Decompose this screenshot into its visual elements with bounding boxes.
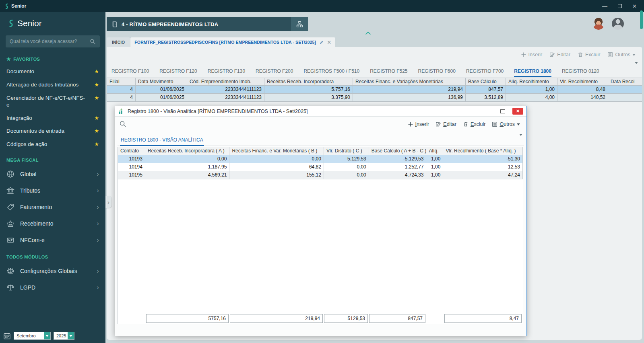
tab-inicio[interactable]: INÍCIO — [107, 37, 130, 47]
register-tab-f130[interactable]: REGISTRO F130 — [208, 68, 245, 77]
register-tab-f600[interactable]: REGISTRO F600 — [418, 68, 456, 77]
column-header[interactable]: Receitas Receb. Incorporadora — [264, 78, 353, 86]
column-header[interactable]: Contrato — [118, 147, 145, 155]
column-header[interactable]: Vlr. Distrato ( C ) — [324, 147, 369, 155]
favorite-item-documentos-entrada[interactable]: Documentos de entrada ★ — [0, 125, 105, 138]
table-header-row: Contrato Receitas Receb. Incorporadora (… — [118, 147, 523, 155]
favorite-item-codigos-acao[interactable]: Códigos de ação ★ — [0, 138, 105, 151]
user-avatar[interactable] — [592, 18, 605, 30]
favorite-label: Documento — [6, 68, 34, 75]
chevron-right-icon: › — [97, 203, 99, 210]
collapse-header-button[interactable] — [365, 31, 371, 35]
excluir-button[interactable]: Excluir — [463, 121, 486, 127]
org-structure-button[interactable] — [291, 17, 308, 31]
sidebar-item-label: Recebimento — [20, 220, 54, 227]
column-header[interactable]: Vlr. Recolhimento — [557, 78, 608, 86]
star-icon[interactable]: ★ — [94, 95, 99, 101]
cell: 3.512,89 — [466, 94, 506, 102]
column-header[interactable]: Alíq. Recolhimento — [506, 78, 557, 86]
column-header[interactable]: Data Recol — [608, 78, 642, 86]
star-icon[interactable]: ★ — [94, 68, 99, 75]
minimize-button[interactable]: — — [602, 4, 607, 9]
register-tab-f100[interactable]: REGISTRO F100 — [111, 68, 149, 77]
register-tab-f700[interactable]: REGISTRO F700 — [466, 68, 504, 77]
dialog-search-button[interactable] — [119, 120, 126, 127]
column-header[interactable]: Receitas Receb. Incorporadora ( A ) — [145, 147, 230, 155]
vertical-scrollbar-thumb[interactable] — [640, 10, 643, 29]
column-header[interactable]: Base Cálculo ( A + B - C ) — [369, 147, 427, 155]
sidebar-item-faturamento[interactable]: Faturamento › — [0, 199, 105, 215]
column-header[interactable]: Base Cálculo — [466, 78, 506, 86]
maximize-button[interactable] — [618, 4, 622, 8]
month-select-caret[interactable] — [44, 332, 50, 339]
year-select-caret[interactable] — [68, 332, 74, 339]
excluir-button[interactable]: Excluir — [578, 52, 601, 58]
star-icon[interactable]: ★ — [94, 128, 99, 134]
sidebar-item-global[interactable]: Global › — [0, 166, 105, 182]
outros-button[interactable]: Outros — [492, 121, 520, 127]
outros-button[interactable]: Outros — [607, 52, 636, 58]
register-tab-1800[interactable]: REGISTRO 1800 — [514, 68, 551, 77]
register-tab-f120[interactable]: REGISTRO F120 — [159, 68, 197, 77]
favorite-item-documento[interactable]: Documento ★ — [0, 65, 105, 78]
plus-icon — [408, 121, 413, 127]
month-select[interactable]: Setembro — [14, 332, 51, 340]
column-header[interactable]: Filial — [107, 78, 136, 86]
favorite-label: Documentos de entrada — [6, 128, 64, 135]
register-tabs-overflow-caret[interactable] — [635, 64, 638, 71]
tab-close-icon[interactable]: ✕ — [327, 39, 331, 45]
column-header[interactable]: Receitas Financ. e Variações Monetárias — [353, 78, 466, 86]
restore-window-icon[interactable] — [500, 109, 505, 113]
sidebar-collapse-handle[interactable]: › — [105, 196, 111, 208]
calendar-icon[interactable] — [3, 332, 11, 340]
table-row[interactable]: 4 01/06/2025 22333444111123 3.375,90 136… — [107, 94, 642, 102]
editar-button[interactable]: Editar — [549, 52, 570, 58]
table-row[interactable]: 10194 1.187,95 64,82 0,00 1.252,77 1,00 … — [118, 163, 523, 171]
table-row[interactable]: 4 01/06/2025 22333444111123 5.757,16 219… — [107, 86, 642, 94]
column-header[interactable]: Cód. Empreendimento Imob. — [187, 78, 264, 86]
sidebar-item-recebimento[interactable]: Recebimento › — [0, 215, 105, 232]
year-select[interactable]: 2025 — [54, 332, 74, 340]
company-selector[interactable]: 4 - RÍTMO EMPREENDIMENTOS LTDA — [107, 17, 308, 31]
table-row[interactable]: 10193 0,00 0,00 5.129,53 -5.129,53 1,00 … — [118, 155, 523, 163]
column-header[interactable]: Data Movimento — [136, 78, 187, 86]
tab-registro-1800-visao-analitica[interactable]: REGISTRO 1800 - VISÃO ANALÍTICA — [120, 135, 204, 146]
favorite-item-integracao[interactable]: Integração ★ — [0, 112, 105, 125]
sidebar-item-configuracoes-globais[interactable]: Configurações Globais › — [0, 263, 105, 279]
tab-formtrf-registros[interactable]: FORMTRF_REGISTROSSPEDPISCOFINS [RÍTMO EM… — [130, 37, 335, 47]
editar-button[interactable]: Editar — [436, 121, 456, 127]
inserir-button[interactable]: Inserir — [521, 52, 543, 58]
column-header[interactable]: Alíq. — [426, 147, 443, 155]
cell: 136,99 — [353, 94, 466, 102]
star-icon[interactable]: ★ — [94, 82, 99, 88]
register-tab-f500-f510[interactable]: REGISTROS F500 / F510 — [303, 68, 359, 77]
sidebar-item-lgpd[interactable]: LGPD › — [0, 279, 105, 296]
register-tab-f200[interactable]: REGISTRO F200 — [256, 68, 293, 77]
window-titlebar: Senior — ✕ — [0, 0, 644, 12]
bank-icon — [6, 187, 14, 195]
dialog-close-button[interactable]: ✕ — [512, 108, 523, 115]
cell: 1.252,77 — [369, 163, 427, 171]
inserir-button[interactable]: Inserir — [408, 121, 429, 127]
star-icon[interactable]: ★ — [94, 141, 99, 148]
register-tab-0120[interactable]: REGISTRO 0120 — [562, 68, 599, 77]
search-input[interactable] — [10, 39, 90, 44]
open-external-icon[interactable] — [319, 40, 324, 45]
sidebar-item-nfcom-e[interactable]: NFCom-e › — [0, 232, 105, 248]
chevron-right-icon: › — [97, 284, 99, 291]
sidebar-search[interactable] — [6, 35, 100, 47]
star-icon[interactable]: ★ — [94, 115, 99, 121]
sidebar-item-label: Faturamento — [20, 204, 52, 210]
table-row[interactable]: 10195 4.569,21 155,12 0,00 4.724,33 1,00… — [118, 171, 523, 179]
cell: 5.129,53 — [324, 155, 369, 163]
dialog-titlebar[interactable]: Registro 1800 - Visão Analítica [RÍTMO E… — [115, 106, 526, 117]
dialog-tabs-overflow-caret[interactable] — [519, 136, 522, 143]
favorite-item-alteracao-dados[interactable]: Alteração de dados tributários ★ — [0, 78, 105, 92]
register-tab-f525[interactable]: REGISTRO F525 — [370, 68, 407, 77]
sidebar-item-tributos[interactable]: Tributos › — [0, 182, 105, 199]
account-avatar[interactable] — [612, 18, 624, 30]
close-button[interactable]: ✕ — [632, 4, 637, 9]
column-header[interactable]: Vlr. Recolhimento ( Base * Alíq. ) — [443, 147, 523, 155]
column-header[interactable]: Receitas Financ. e Var. Monetárias ( B ) — [229, 147, 324, 155]
favorite-item-gerenciador-nfe[interactable]: Gerenciador de NF-e/CT-e/NFS-e ★ — [0, 92, 105, 112]
